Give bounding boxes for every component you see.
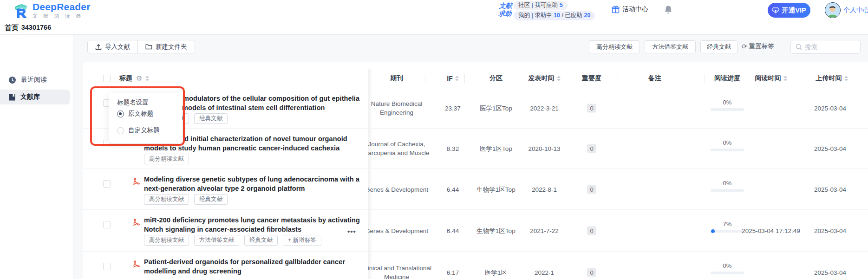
title-cell: miR-200 deficiency promotes lung cancer … (83, 210, 368, 251)
vip-button-label: 开通VIP (782, 6, 806, 15)
add-tag-button[interactable]: + 新增标签 (283, 235, 321, 246)
paper-title-line2[interactable]: models of intestinal stem cell different… (182, 104, 325, 111)
header-read-time[interactable]: 阅读时间 (745, 69, 796, 88)
import-literature-label: 导入文献 (105, 43, 130, 51)
progress-label: 0% (711, 180, 744, 187)
logo-subtitle: 文 献 阅 读 器 (33, 13, 91, 19)
header-upload-time[interactable]: 上传时间 (806, 69, 857, 88)
sort-toggle[interactable] (145, 76, 149, 81)
deepreader-app: DeepReader 文 献 阅 读 器 文献 求助 社区 | 我可应助 5 我… (0, 0, 868, 279)
journal-cell: Clinical and Translational Medicine (357, 264, 436, 279)
sort-toggle[interactable] (557, 76, 561, 81)
column-divider (618, 74, 618, 83)
row-checkbox[interactable] (103, 263, 111, 270)
importance-cell[interactable]: 0 (582, 268, 601, 277)
tab-document[interactable]: 34301766 (18, 21, 55, 35)
column-divider (425, 74, 425, 83)
my-help-mid: / 已应助 (560, 12, 584, 19)
clock-icon (8, 76, 16, 84)
tag-method[interactable]: 方法借鉴文献 (194, 235, 239, 246)
option-custom-title[interactable]: 自定义标题 (117, 126, 160, 135)
tag-classic[interactable]: 经典文献 (194, 194, 228, 205)
tag-classic[interactable]: 经典文献 (244, 235, 278, 246)
sort-toggle[interactable] (844, 76, 848, 81)
import-literature-button[interactable]: 导入文献 (88, 40, 137, 53)
title-settings-gear-icon[interactable]: ⚙ (136, 75, 142, 82)
new-folder-button[interactable]: 新建文件夹 (137, 40, 195, 53)
radio-selected-icon[interactable] (117, 110, 124, 117)
tag-list: 高分精读文献 (144, 154, 189, 164)
header-note[interactable]: 备注 (618, 69, 692, 88)
header-pub-date[interactable]: 发表时间 (519, 69, 570, 88)
option-original-title[interactable]: 原文标题 (117, 110, 153, 118)
my-help-pill[interactable]: 我的 | 求助中 10 / 已应助 20 (514, 11, 595, 20)
table-row[interactable]: Journal of Cachexia, Sarcopenia and Musc… (83, 129, 868, 169)
open-vip-button[interactable]: 开通VIP (768, 3, 810, 18)
filter-classic-button[interactable]: 经典文献 (700, 40, 737, 53)
pub-date-cell: 2022-1 (519, 268, 570, 277)
sidebar-item-recent-reading[interactable]: 最近阅读 (0, 72, 70, 87)
literature-help-label[interactable]: 文献 求助 (491, 2, 512, 18)
paper-title-line2[interactable]: models to study human pancreatic cancer-… (144, 144, 339, 152)
header-importance[interactable]: 重要度 (573, 69, 610, 88)
header-read-time-label: 阅读时间 (755, 74, 781, 83)
paper-title-line1[interactable]: modulators of the cellular composition o… (183, 95, 359, 102)
tab-divider (55, 23, 55, 33)
sort-toggle[interactable] (455, 76, 459, 81)
paper-title-line2[interactable]: Notch signaling in cancer-associated fib… (144, 226, 301, 233)
row-more-button[interactable]: ••• (347, 227, 356, 235)
header-progress[interactable]: 阅读进度 (711, 69, 744, 88)
row-checkbox[interactable] (103, 180, 111, 188)
header-upload-time-label: 上传时间 (816, 74, 842, 83)
tag-classic[interactable]: 经典文献 (194, 113, 228, 124)
column-divider (464, 74, 465, 83)
upload-time-cell: 2025-03-04 (814, 186, 868, 193)
reset-tags-button[interactable]: ⟳ 重置标签 (742, 42, 774, 51)
tag-high-score[interactable]: 高分精读文献 (144, 235, 189, 246)
journal-cell: Genes & Development (357, 226, 436, 235)
paper-title-line1[interactable]: Modeling diverse genetic subtypes of lun… (144, 175, 359, 183)
community-help-pill[interactable]: 社区 | 我可应助 5 (514, 1, 568, 10)
filter-method-button[interactable]: 方法借鉴文献 (645, 40, 696, 53)
paper-title-line2[interactable]: next-generation alveolar type 2 organoid… (144, 185, 305, 192)
pdf-icon (132, 260, 140, 268)
paper-title-line1[interactable]: d initial characterization of novel tumo… (184, 135, 347, 143)
profile-center-link[interactable]: 个人中心 (843, 6, 868, 14)
importance-cell[interactable]: 0 (582, 185, 601, 194)
importance-cell[interactable]: 0 (582, 226, 601, 235)
table-row[interactable]: Nature Biomedical Engineering 23.37 医学1区… (83, 88, 868, 129)
tab-home[interactable]: 首页 (5, 21, 19, 35)
search-input[interactable] (805, 44, 851, 51)
paper-title-line1[interactable]: Patient-derived organoids for personaliz… (144, 258, 345, 266)
paper-title-line2[interactable]: modelling and drug screening (144, 267, 241, 275)
importance-cell[interactable]: 0 (582, 144, 601, 153)
sidebar-item-library[interactable]: 文献库 (0, 90, 70, 104)
zone-cell: 生物学1区Top (475, 226, 517, 235)
filter-high-score-button[interactable]: 高分精读文献 (589, 40, 640, 53)
select-all-checkbox[interactable] (103, 75, 111, 82)
activity-center-link[interactable]: 活动中心 (612, 5, 648, 13)
importance-cell[interactable]: 0 (582, 104, 601, 113)
app-logo[interactable]: DeepReader 文 献 阅 读 器 (13, 1, 91, 19)
header-journal[interactable]: 期刊 (357, 69, 436, 88)
radio-unselected-icon[interactable] (117, 127, 124, 134)
notification-bell-icon[interactable] (664, 5, 672, 14)
paper-title-line1[interactable]: miR-200 deficiency promotes lung cancer … (144, 216, 360, 224)
row-checkbox[interactable] (103, 221, 111, 228)
tag-high-score[interactable]: 高分精读文献 (144, 194, 189, 205)
header-impact-factor[interactable]: IF (430, 69, 476, 88)
sort-toggle[interactable] (783, 76, 787, 81)
importance-badge: 0 (587, 226, 596, 235)
table-row[interactable]: Clinical and Translational Medicine 6.17… (83, 252, 868, 279)
tag-high-score[interactable]: 高分精读文献 (144, 154, 189, 164)
zone-cell: 医学1区 (475, 268, 517, 277)
header-zone[interactable]: 分区 (475, 69, 517, 88)
impact-factor-cell: 23.37 (430, 104, 476, 113)
user-avatar[interactable] (825, 2, 841, 18)
importance-badge: 0 (587, 185, 596, 194)
tabbar: 首页 34301766 (0, 21, 868, 35)
gift-icon (612, 6, 620, 13)
table-row[interactable]: Genes & Development 6.44 生物学1区Top 2022-8… (83, 169, 868, 210)
table-row[interactable]: Genes & Development 6.44 生物学1区Top 2021-7… (83, 210, 868, 252)
upload-time-cell: 2025-03-04 (814, 227, 868, 234)
